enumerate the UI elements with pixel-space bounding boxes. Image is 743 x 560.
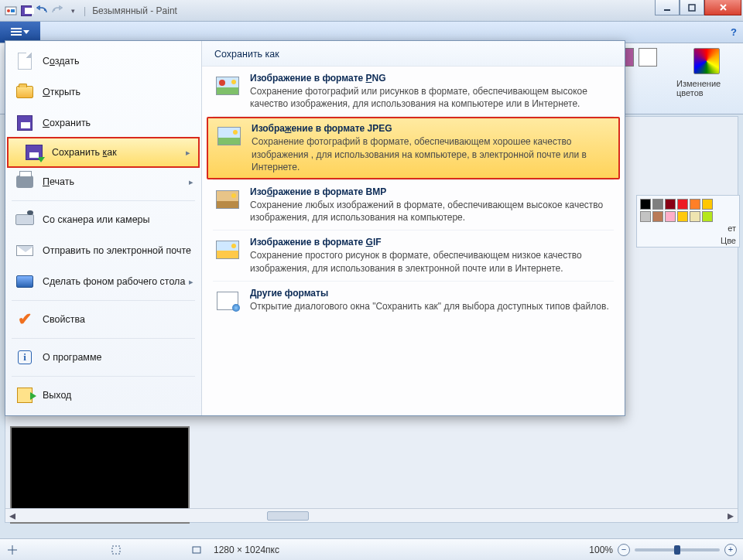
saveas-option-title: Другие форматы <box>250 288 612 299</box>
saveas-icon <box>24 143 44 162</box>
chevron-down-icon <box>23 30 29 34</box>
props-icon: ✔ <box>15 310 35 329</box>
help-button[interactable]: ? <box>724 22 743 43</box>
scrollbar-thumb[interactable] <box>267 511 309 521</box>
scroll-right-icon[interactable]: ▸ <box>724 509 738 523</box>
mail-icon <box>15 241 35 260</box>
scroll-left-icon[interactable]: ◂ <box>5 509 19 523</box>
menu-item-mail[interactable]: Отправить по электронной почте <box>5 235 201 266</box>
menu-item-scan[interactable]: Со сканера или камеры <box>5 204 201 235</box>
menu-item-save[interactable]: Сохранить <box>5 108 201 138</box>
menu-item-desktop[interactable]: Сделать фоном рабочего стола <box>5 266 201 297</box>
other-format-icon <box>214 288 241 314</box>
about-icon: i <box>15 348 35 367</box>
saveas-option-desc: Открытие диалогового окна "Сохранить как… <box>250 300 612 312</box>
saveas-option-desc: Сохранение простого рисунок в формате, о… <box>250 249 612 274</box>
menu-item-new[interactable]: Создать <box>5 46 201 77</box>
menu-item-label: Открыть <box>43 87 80 97</box>
saveas-option-bmp[interactable]: Изображение в формате BMPСохранение любы… <box>202 180 625 230</box>
bmp-format-icon <box>214 186 241 213</box>
canvas-dimensions: 1280 × 1024пкс <box>214 545 279 555</box>
color-swatch[interactable] <box>677 199 688 210</box>
qat-save-icon[interactable] <box>20 5 33 17</box>
edit-colors-label: Изменение цветов <box>676 79 737 97</box>
exit-icon <box>15 386 35 405</box>
menu-item-about[interactable]: iО программе <box>5 342 201 373</box>
saveas-option-title: Изображение в формате BMP <box>250 186 612 197</box>
saveas-option-png[interactable]: Изображение в формате PNGСохранение фото… <box>202 67 625 116</box>
title-bar: ▾ | Безымянный - Paint <box>0 0 743 22</box>
zoom-slider[interactable] <box>635 548 720 551</box>
color-swatch[interactable] <box>640 211 651 222</box>
zoom-control: 100% − + <box>589 544 737 556</box>
desktop-icon <box>15 272 35 291</box>
menu-item-label: Создать <box>43 56 80 67</box>
qat-redo-icon[interactable] <box>51 5 63 17</box>
selection-size-icon <box>110 544 122 556</box>
saveas-option-title: Изображение в формате GIF <box>250 237 612 248</box>
menu-item-print[interactable]: Печать <box>5 166 201 197</box>
ribbon-edit-colors[interactable]: Изменение цветов <box>676 43 737 114</box>
svg-rect-4 <box>689 5 695 11</box>
color-swatch[interactable] <box>677 211 688 222</box>
saveas-option-other[interactable]: Другие форматыОткрытие диалогового окна … <box>202 282 625 320</box>
horizontal-scrollbar[interactable]: ◂ ▸ <box>5 508 738 522</box>
color-swatch[interactable] <box>640 199 651 210</box>
menu-item-props[interactable]: ✔Свойства <box>5 304 201 335</box>
menu-item-label: Сделать фоном рабочего стола <box>43 276 185 287</box>
menu-item-label: О программе <box>43 352 101 363</box>
saveas-option-jpeg[interactable]: Изображение в формате JPEGСохранение фот… <box>207 117 620 179</box>
submenu-title: Сохранить как <box>202 41 625 67</box>
application-menu-button[interactable] <box>0 22 40 43</box>
rainbow-icon <box>693 48 720 74</box>
menu-item-label: Выход <box>43 390 71 401</box>
menu-item-open[interactable]: Открыть <box>5 77 201 108</box>
app-menu-left: СоздатьОткрытьСохранитьСохранить какПеча… <box>5 41 202 415</box>
canvas-size-icon <box>190 544 203 556</box>
close-button[interactable] <box>704 0 741 15</box>
menu-item-label: Отправить по электронной почте <box>43 245 191 256</box>
color-swatch[interactable] <box>702 199 713 210</box>
application-menu: СоздатьОткрытьСохранитьСохранить какПеча… <box>5 40 625 416</box>
maximize-button[interactable] <box>680 0 704 15</box>
save-icon <box>15 114 35 132</box>
menu-icon <box>11 28 22 37</box>
color-swatch[interactable] <box>652 199 663 210</box>
zoom-in-button[interactable]: + <box>724 544 737 556</box>
status-bar: 1280 × 1024пкс 100% − + <box>0 538 743 560</box>
menu-item-label: Сохранить как <box>52 147 117 158</box>
qat-customize-icon[interactable]: ▾ <box>67 5 79 17</box>
scan-icon <box>15 210 35 229</box>
window-controls <box>655 0 741 15</box>
quick-access-toolbar: ▾ <box>0 5 84 17</box>
svg-rect-2 <box>11 9 15 12</box>
menu-item-saveas[interactable]: Сохранить как <box>7 137 200 168</box>
new-icon <box>15 52 35 70</box>
svg-point-1 <box>7 9 10 12</box>
menu-item-label: Со сканера или камеры <box>43 214 150 225</box>
color-swatch[interactable] <box>652 211 663 222</box>
jpeg-format-icon <box>216 123 242 149</box>
color-swatch[interactable] <box>690 199 700 210</box>
saveas-option-gif[interactable]: Изображение в формате GIFСохранение прос… <box>202 230 625 280</box>
color-swatch[interactable] <box>665 199 676 210</box>
menu-item-label: Свойства <box>43 314 85 325</box>
color-swatch[interactable] <box>702 211 713 222</box>
color2-swatch[interactable] <box>639 48 657 67</box>
minimize-button[interactable] <box>655 0 680 15</box>
color-palette: ет Цве <box>636 195 740 248</box>
palette-label: Цве <box>640 236 736 245</box>
menu-item-label: Сохранить <box>43 118 91 128</box>
zoom-value: 100% <box>589 545 613 555</box>
svg-rect-5 <box>112 546 120 554</box>
qat-undo-icon[interactable] <box>36 5 48 17</box>
saveas-option-desc: Сохранение фотографий в формате, обеспеч… <box>252 135 611 173</box>
color-swatch[interactable] <box>665 211 676 222</box>
svg-rect-3 <box>664 9 670 11</box>
app-menu-right: Сохранить как Изображение в формате PNGС… <box>202 41 625 415</box>
zoom-out-button[interactable]: − <box>618 544 630 556</box>
menu-item-label: Печать <box>43 176 74 187</box>
menu-item-exit[interactable]: Выход <box>5 380 201 411</box>
color-swatch[interactable] <box>690 211 700 222</box>
palette-et: ет <box>728 224 736 233</box>
